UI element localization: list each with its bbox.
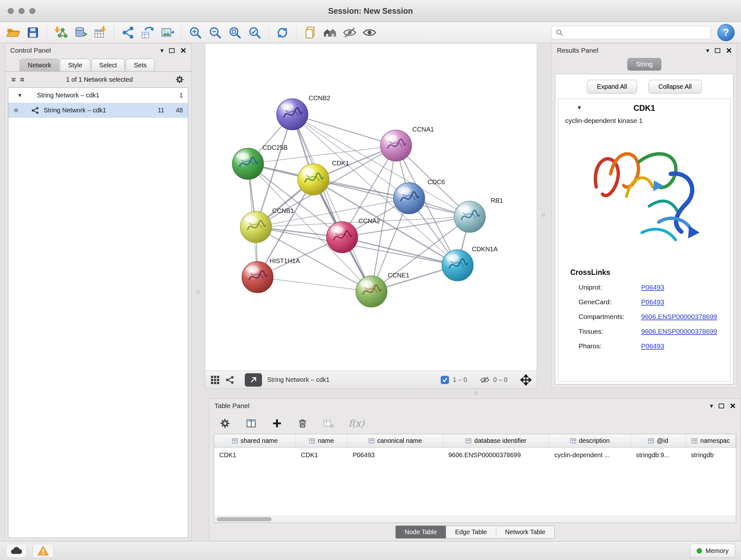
network-node-CCNA1[interactable]: CCNA1 [381,126,434,161]
hidden-elements-icon[interactable] [480,376,489,384]
splitter-handle[interactable] [196,291,200,294]
add-column-icon[interactable] [271,418,283,429]
network-edge[interactable] [292,114,372,292]
delete-column-icon[interactable] [297,418,308,429]
close-panel-icon[interactable]: × [180,47,186,54]
splitter-handle[interactable] [475,391,478,395]
panel-menu-icon[interactable]: ▾ [160,47,163,54]
network-node-HIST1H1A[interactable]: HIST1H1A [242,257,300,293]
network-node-label: CDC25B [263,144,288,151]
minimize-window-button[interactable] [18,8,24,14]
network-edge[interactable] [292,114,396,145]
pan-crosshair-icon[interactable] [520,374,532,386]
tab-select[interactable]: Select [91,59,125,71]
import-network-file-button[interactable] [51,23,70,42]
close-window-button[interactable] [8,8,14,14]
tab-style[interactable]: Style [60,59,90,71]
panel-menu-icon[interactable]: ▾ [710,402,713,409]
column-header[interactable]: canonical name [347,434,443,447]
network-row-selected[interactable]: String Network – cdk1 11 48 [8,103,188,118]
home-button[interactable] [321,23,339,42]
clone-network-button[interactable] [119,23,137,42]
splitter-handle[interactable] [542,213,545,217]
column-header[interactable]: database identifier [443,434,549,447]
tab-string[interactable]: String [627,58,661,71]
network-node-CCNB2[interactable]: CCNB2 [277,95,330,130]
birdseye-toggle-button[interactable] [245,373,262,387]
open-session-button[interactable] [4,23,22,42]
panel-menu-icon[interactable]: ▾ [706,47,709,54]
network-node-CCNB1[interactable]: CCNB1 [240,207,294,243]
crosslink-link[interactable]: P06493 [641,284,664,291]
show-columns-icon[interactable] [245,417,257,429]
horizontal-scrollbar[interactable] [214,516,736,523]
column-header[interactable]: namespac [686,434,736,447]
search-input[interactable] [566,29,707,36]
duplicate-document-button[interactable] [301,23,320,42]
save-session-button[interactable] [23,23,42,42]
network-collection-row[interactable]: ▼ String Network – cdk1 1 [8,88,188,103]
warnings-button[interactable] [32,544,54,558]
collapse-all-button[interactable]: Collapse All [649,80,702,94]
import-network-database-button[interactable] [71,23,90,42]
column-header[interactable]: description [549,434,631,447]
zoom-window-button[interactable] [29,8,36,14]
table-options-gear-icon[interactable] [219,417,231,429]
help-button[interactable]: ? [718,24,735,41]
float-panel-icon[interactable] [169,48,175,53]
selected-nodes-checkbox-icon[interactable] [441,376,449,384]
column-icon [232,438,238,444]
memory-button[interactable]: Memory [690,544,735,558]
cloud-button[interactable] [6,544,27,558]
network-node-RB1[interactable]: RB1 [454,197,503,233]
scrollbar-thumb[interactable] [217,517,272,521]
export-image-button[interactable] [158,23,177,42]
float-panel-icon[interactable] [715,48,720,53]
crosslink-link[interactable]: 9606.ENSP00000378699 [641,327,717,335]
collapse-gene-icon[interactable]: ▼ [577,105,582,111]
import-table-button[interactable] [91,23,110,42]
function-builder-icon[interactable]: f(x) [348,418,364,429]
zoom-in-button[interactable] [186,23,205,42]
network-from-table-button[interactable] [138,23,157,42]
grid-view-icon[interactable] [210,375,220,385]
tab-network-table[interactable]: Network Table [496,526,554,538]
show-all-button[interactable] [360,23,379,42]
network-options-gear-icon[interactable] [175,74,185,84]
tab-network[interactable]: Network [20,59,59,71]
network-overview-icon[interactable] [225,375,234,385]
open-folder-icon [6,25,20,40]
network-edge[interactable] [258,277,372,292]
network-node-label: CCNB1 [272,207,294,214]
tab-edge-table[interactable]: Edge Table [446,526,496,538]
close-panel-icon[interactable]: × [730,402,736,410]
crosslink-link[interactable]: P06493 [641,342,664,350]
network-edge[interactable] [313,179,470,217]
collapse-collection-icon[interactable]: ▼ [17,92,22,98]
network-canvas[interactable]: CCNB2CCNA1CDC25BCDK1CDC6RB1CCNB1CCNA2CDK… [205,44,537,371]
column-header[interactable]: shared name [214,434,296,447]
crosslink-link[interactable]: P06493 [641,298,664,306]
column-header[interactable]: @id [631,434,686,447]
tab-sets[interactable]: Sets [126,59,154,71]
crosslink-row: Compartments: 9606.ENSP00000378699 [558,309,731,324]
hide-selected-button[interactable] [340,23,359,42]
column-header[interactable]: name [296,434,347,447]
control-panel-title: Control Panel [10,47,51,54]
zoom-fit-button[interactable] [226,23,244,42]
refresh-layout-button[interactable] [273,23,292,42]
zoom-out-button[interactable] [206,23,224,42]
crosslinks-title: CrossLinks [558,259,731,280]
tab-node-table[interactable]: Node Table [396,526,446,538]
close-panel-icon[interactable]: × [726,47,732,54]
collapse-all-networks-icon[interactable]: » [17,77,26,82]
expand-all-button[interactable]: Expand All [587,80,637,94]
zoom-selected-button[interactable] [246,23,264,42]
table-type-tabs: Node Table Edge Table Network Table [395,525,555,539]
float-panel-icon[interactable] [719,403,724,408]
refresh-icon [275,25,289,40]
crosslink-link[interactable]: 9606.ENSP00000378699 [641,313,717,320]
network-node-CDC25B[interactable]: CDC25B [232,144,287,179]
table-row[interactable]: CDK1 CDK1 P06493 9606.ENSP00000378699 cy… [214,448,736,462]
table-panel-title: Table Panel [214,402,250,410]
